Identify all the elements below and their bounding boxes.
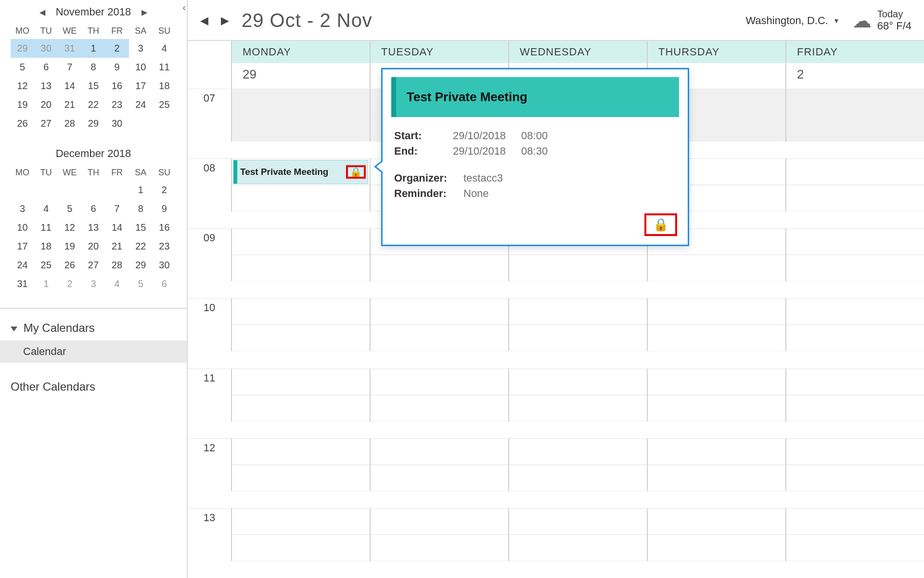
mini-calendar-day[interactable]: 13 [34, 77, 58, 95]
mini-calendar-day[interactable]: 4 [34, 199, 58, 218]
next-week-button[interactable]: ▶ [221, 14, 229, 27]
prev-week-button[interactable]: ◀ [200, 14, 208, 27]
mini-calendar-day[interactable]: 16 [153, 218, 176, 237]
mini-calendar-day[interactable]: 17 [129, 77, 153, 95]
calendar-event[interactable]: Test Private Meeting🔒 [233, 160, 368, 184]
mini-calendar-day[interactable]: 30 [105, 114, 129, 133]
mini-calendar-day[interactable]: 8 [129, 199, 153, 218]
collapse-sidebar-icon[interactable]: ‹ [182, 2, 186, 13]
mini-calendar-day[interactable]: 24 [129, 95, 153, 114]
next-month-button[interactable]: ▶ [136, 8, 153, 17]
mini-calendar-day[interactable]: 10 [11, 218, 34, 237]
mini-calendar-day[interactable]: 21 [105, 237, 129, 256]
mini-calendar-day[interactable]: 6 [153, 275, 176, 293]
mini-calendar-day[interactable]: 6 [81, 199, 105, 218]
time-slot[interactable] [231, 298, 370, 351]
mini-calendar-day[interactable]: 15 [129, 218, 153, 237]
time-slot[interactable] [231, 228, 370, 281]
time-slot[interactable] [785, 89, 924, 142]
time-slot[interactable] [370, 298, 508, 351]
time-slot[interactable] [370, 508, 508, 561]
mini-calendar-day[interactable]: 22 [129, 237, 153, 256]
mini-calendar-day[interactable]: 3 [129, 39, 153, 58]
mini-calendar-day[interactable]: 4 [153, 39, 176, 58]
day-column-header[interactable]: FRIDAY2 [785, 41, 924, 89]
mini-calendar-day[interactable]: 8 [81, 58, 105, 77]
weather-location-dropdown[interactable]: Washington, D.C. ▼ [745, 14, 839, 27]
mini-calendar-day[interactable]: 12 [58, 218, 81, 237]
mini-calendar-day[interactable]: 20 [81, 237, 105, 256]
mini-calendar-day[interactable]: 26 [11, 114, 34, 133]
mini-calendar-day[interactable]: 28 [58, 114, 81, 133]
mini-calendar-day[interactable]: 2 [153, 181, 176, 199]
time-slot[interactable] [647, 298, 785, 351]
mini-calendar-day[interactable]: 16 [105, 77, 129, 95]
mini-calendar-day[interactable]: 20 [34, 95, 58, 114]
time-slot[interactable] [231, 508, 370, 561]
time-slot[interactable] [785, 228, 924, 281]
mini-calendar-day[interactable]: 29 [81, 114, 105, 133]
mini-calendar-day[interactable]: 24 [11, 256, 34, 275]
mini-calendar-day[interactable]: 11 [153, 58, 176, 77]
mini-calendar-day[interactable]: 23 [105, 95, 129, 114]
time-slot[interactable] [785, 508, 924, 561]
mini-calendar-day[interactable]: 17 [11, 237, 34, 256]
mini-calendar-day[interactable]: 10 [129, 58, 153, 77]
mini-calendar-day[interactable]: 14 [105, 218, 129, 237]
mini-calendar-day[interactable]: 2 [105, 39, 129, 58]
day-column-header[interactable]: MONDAY29 [231, 41, 370, 89]
time-slot[interactable] [231, 368, 370, 421]
mini-calendar-day[interactable]: 25 [34, 256, 58, 275]
mini-calendar-day[interactable]: 31 [58, 39, 81, 58]
mini-calendar-day[interactable]: 27 [34, 114, 58, 133]
mini-calendar-day[interactable]: 26 [58, 256, 81, 275]
calendar-item[interactable]: Calendar [0, 341, 187, 363]
mini-calendar-day[interactable]: 25 [153, 95, 176, 114]
mini-calendar-day[interactable]: 19 [11, 95, 34, 114]
mini-calendar-day[interactable]: 13 [81, 218, 105, 237]
mini-calendar-day[interactable]: 1 [81, 39, 105, 58]
mini-calendar-day[interactable]: 28 [105, 256, 129, 275]
mini-calendar-day[interactable]: 18 [34, 237, 58, 256]
time-slot[interactable] [231, 89, 370, 142]
time-slot[interactable] [370, 368, 508, 421]
mini-calendar-day[interactable]: 3 [81, 275, 105, 293]
time-slot[interactable] [508, 298, 647, 351]
time-slot[interactable] [647, 508, 785, 561]
time-slot[interactable] [785, 438, 924, 491]
time-slot[interactable] [647, 438, 785, 491]
mini-calendar-day[interactable]: 18 [153, 77, 176, 95]
mini-calendar-day[interactable]: 7 [105, 199, 129, 218]
time-slot[interactable] [508, 368, 647, 421]
time-slot[interactable] [231, 438, 370, 491]
mini-calendar-day[interactable]: 12 [11, 77, 34, 95]
mini-calendar-day[interactable]: 1 [34, 275, 58, 293]
time-slot[interactable]: Test Private Meeting🔒 [231, 158, 370, 211]
prev-month-button[interactable]: ◀ [34, 8, 51, 17]
mini-calendar-day[interactable]: 5 [58, 199, 81, 218]
mini-calendar-day[interactable]: 30 [153, 256, 176, 275]
time-slot[interactable] [647, 368, 785, 421]
mini-calendar-day[interactable]: 2 [58, 275, 81, 293]
mini-calendar-day[interactable]: 31 [11, 275, 34, 293]
time-slot[interactable] [785, 368, 924, 421]
mini-calendar-day[interactable]: 27 [81, 256, 105, 275]
mini-calendar-day[interactable]: 14 [58, 77, 81, 95]
time-slot[interactable] [508, 438, 647, 491]
mini-calendar-day[interactable]: 6 [34, 58, 58, 77]
mini-calendar-day[interactable]: 3 [11, 199, 34, 218]
mini-calendar-day[interactable]: 23 [153, 237, 176, 256]
time-slot[interactable] [785, 298, 924, 351]
mini-calendar-day[interactable]: 29 [129, 256, 153, 275]
weather-widget[interactable]: ☁ Today 68° F/4 [852, 9, 911, 32]
mini-calendar-day[interactable]: 9 [105, 58, 129, 77]
time-slot[interactable] [508, 508, 647, 561]
mini-calendar-day[interactable]: 30 [34, 39, 58, 58]
mini-calendar-day[interactable]: 19 [58, 237, 81, 256]
mini-calendar-day[interactable]: 11 [34, 218, 58, 237]
mini-calendar-day[interactable]: 7 [58, 58, 81, 77]
mini-calendar-day[interactable]: 4 [105, 275, 129, 293]
mini-calendar-day[interactable]: 15 [81, 77, 105, 95]
mini-calendar-day[interactable]: 9 [153, 199, 176, 218]
my-calendars-header[interactable]: My Calendars [11, 316, 176, 340]
